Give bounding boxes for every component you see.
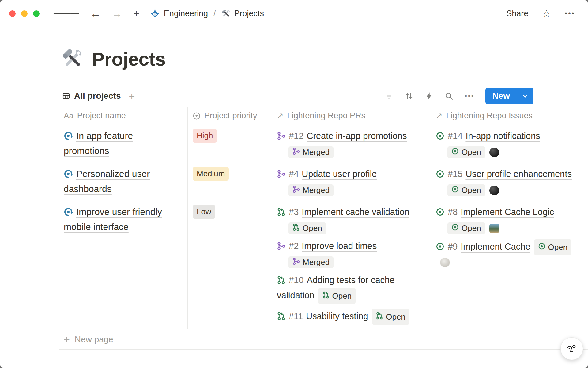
plus-icon: + xyxy=(64,334,70,345)
pr-status-chip: Open xyxy=(288,222,326,234)
window-zoom-button[interactable] xyxy=(33,10,40,17)
git-pull-request-icon xyxy=(277,311,285,324)
ai-face-icon xyxy=(565,342,579,355)
add-view-icon[interactable]: + xyxy=(129,91,135,101)
tools-icon xyxy=(221,9,231,18)
pr-mention: #4Update user profile Merged xyxy=(277,167,426,196)
view-bar: All projects + ••• New xyxy=(59,87,588,105)
share-button[interactable]: Share xyxy=(506,9,528,18)
pr-status-chip: Merged xyxy=(288,256,334,268)
priority-cell[interactable]: High xyxy=(188,125,272,163)
forward-icon[interactable]: → xyxy=(112,8,122,19)
project-name-cell[interactable]: Improve user friendly mobile interface xyxy=(59,201,188,329)
issue-status-chip: Open xyxy=(447,184,485,196)
priority-cell[interactable]: Low xyxy=(188,201,272,329)
priority-badge: Medium xyxy=(193,167,229,181)
priority-badge: High xyxy=(193,129,217,143)
issue-open-icon xyxy=(451,224,459,233)
column-header-repo-prs[interactable]: ↗ Lightening Repo PRs xyxy=(272,107,431,125)
project-cycle-icon xyxy=(64,169,73,182)
table-header-row: Aa Project name Project priority ↗ Light… xyxy=(59,107,588,125)
project-name-cell[interactable]: Personalized user dashboards xyxy=(59,163,188,201)
notion-ai-button[interactable] xyxy=(560,337,583,360)
issue-status-chip: Open xyxy=(447,222,485,234)
prs-cell[interactable]: #4Update user profile Merged xyxy=(272,163,431,201)
column-header-project-priority[interactable]: Project priority xyxy=(188,107,272,125)
favorite-star-icon[interactable]: ☆ xyxy=(542,8,551,19)
priority-cell[interactable]: Medium xyxy=(188,163,272,201)
column-header-project-name[interactable]: Aa Project name xyxy=(59,107,188,125)
window-minimize-button[interactable] xyxy=(21,10,28,17)
issues-cell[interactable]: #14In-app notifications Open xyxy=(431,125,588,163)
breadcrumb-separator: / xyxy=(213,9,216,18)
breadcrumb: Engineering / Projects xyxy=(150,9,264,18)
git-merge-icon xyxy=(292,258,300,267)
git-pull-request-icon xyxy=(376,310,383,324)
issue-open-icon xyxy=(436,168,444,182)
issue-status-chip: Open xyxy=(447,146,485,158)
pr-mention: #2Improve load times Merged xyxy=(277,239,426,268)
window-close-button[interactable] xyxy=(9,10,16,17)
table-row: Personalized user dashboards Medium #4Up… xyxy=(59,163,588,201)
avatar xyxy=(489,186,499,195)
project-name-cell[interactable]: In app feature promotions xyxy=(59,125,188,163)
avatar xyxy=(489,148,499,157)
issue-open-icon xyxy=(436,206,444,220)
pr-status-chip: Merged xyxy=(288,184,334,196)
issues-cell[interactable]: #15User profile enhancements Open xyxy=(431,163,588,201)
issues-cell[interactable]: #8Implement Cache Logic Open #9Implement… xyxy=(431,201,588,329)
git-pull-request-icon xyxy=(292,224,300,233)
column-header-repo-issues[interactable]: ↗ Lightening Repo Issues xyxy=(431,107,588,125)
issue-open-icon xyxy=(436,130,444,144)
new-page-row[interactable]: + New page xyxy=(59,329,588,350)
database-table: Aa Project name Project priority ↗ Light… xyxy=(59,107,588,350)
breadcrumb-page[interactable]: Projects xyxy=(221,9,264,18)
pr-status-chip: Open xyxy=(372,309,409,325)
issue-open-icon xyxy=(436,241,444,255)
app-window: ← → + Engineering / Projects Share ☆ •••… xyxy=(0,0,588,368)
issue-mention: #15User profile enhancements Open xyxy=(436,167,583,196)
issue-open-icon xyxy=(451,148,459,157)
table-view-icon xyxy=(62,92,70,100)
git-merge-icon xyxy=(277,240,285,254)
arrow-up-right-icon: ↗ xyxy=(436,111,443,121)
prs-cell[interactable]: #3Implement cache validation Open #2Impr… xyxy=(272,201,431,329)
anchor-icon xyxy=(150,9,160,18)
more-options-icon[interactable]: ••• xyxy=(565,9,575,18)
search-icon[interactable] xyxy=(444,91,454,101)
page-title[interactable]: Projects xyxy=(92,48,166,70)
issue-open-icon xyxy=(451,186,459,195)
avatar xyxy=(440,258,450,267)
git-pull-request-icon xyxy=(277,274,285,288)
issue-open-icon xyxy=(538,240,545,254)
pr-mention: #3Implement cache validation Open xyxy=(277,205,426,234)
git-merge-icon xyxy=(292,186,300,195)
git-merge-icon xyxy=(277,130,285,144)
pr-mention: #12Create in-app promotions Merged xyxy=(277,129,426,158)
issue-mention: #14In-app notifications Open xyxy=(436,129,583,158)
view-tab-all-projects[interactable]: All projects xyxy=(62,91,121,101)
breadcrumb-workspace[interactable]: Engineering xyxy=(164,9,208,18)
new-page-plus-icon[interactable]: + xyxy=(133,8,139,19)
back-icon[interactable]: ← xyxy=(90,8,101,19)
select-property-icon xyxy=(193,112,201,120)
sidebar-toggle-icon[interactable] xyxy=(54,12,79,16)
page-icon-tools[interactable] xyxy=(61,48,84,70)
new-button[interactable]: New xyxy=(485,88,533,104)
new-button-chevron-down-icon[interactable] xyxy=(517,88,533,104)
sort-icon[interactable] xyxy=(405,91,414,101)
git-merge-icon xyxy=(277,168,285,182)
prs-cell[interactable]: #12Create in-app promotions Merged xyxy=(272,125,431,163)
filter-icon[interactable] xyxy=(384,91,394,101)
pr-status-chip: Open xyxy=(318,288,356,304)
avatar xyxy=(489,224,499,233)
issue-status-chip: Open xyxy=(534,239,572,255)
traffic-lights xyxy=(9,10,40,17)
title-property-icon: Aa xyxy=(64,111,74,121)
git-pull-request-icon xyxy=(322,289,330,303)
automations-lightning-icon[interactable] xyxy=(425,92,433,100)
view-options-icon[interactable]: ••• xyxy=(465,92,474,100)
page-header: Projects xyxy=(61,47,588,71)
git-pull-request-icon xyxy=(277,206,285,220)
priority-badge: Low xyxy=(193,205,215,219)
